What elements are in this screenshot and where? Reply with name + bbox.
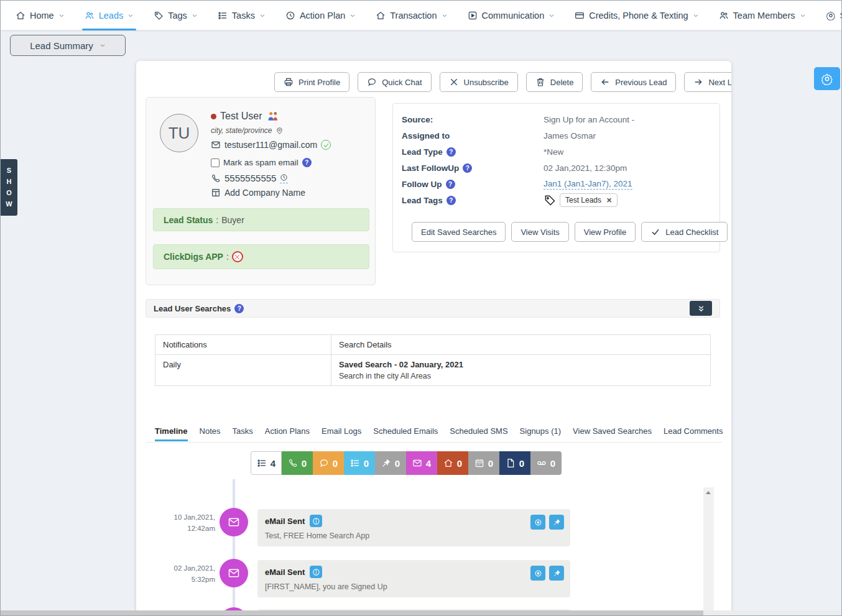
- print-profile-button[interactable]: Print Profile: [274, 72, 349, 92]
- separator: :: [216, 215, 218, 225]
- status-dot: [211, 114, 216, 119]
- info-icon[interactable]: [310, 515, 322, 527]
- count-calendar[interactable]: 0: [468, 451, 499, 475]
- previous-lead-button[interactable]: Previous Lead: [591, 72, 676, 92]
- add-company-link[interactable]: Add Company Name: [224, 188, 305, 198]
- nav-communication[interactable]: Communication: [468, 1, 555, 30]
- horizontal-scrollbar-thumb[interactable]: [1, 610, 703, 615]
- envelope-icon: [228, 516, 240, 528]
- pin-entry-button[interactable]: [549, 566, 564, 581]
- lead-user-searches-header: Lead User Searches ?: [146, 299, 720, 318]
- spam-checkbox[interactable]: [211, 159, 220, 167]
- detail-row-source: Source: Sign Up for an Account -: [402, 111, 719, 127]
- date-line-2: 5:32pm: [136, 574, 215, 585]
- nav-transaction[interactable]: Transaction: [376, 1, 447, 30]
- envelope-icon: [412, 458, 422, 468]
- info-icon[interactable]: [310, 566, 322, 578]
- nav-team-members[interactable]: Team Members: [719, 1, 806, 30]
- tab-tasks[interactable]: Tasks: [232, 426, 252, 441]
- previous-lead-label: Previous Lead: [615, 78, 667, 87]
- view-visits-button[interactable]: View Visits: [511, 222, 568, 242]
- quick-chat-button[interactable]: Quick Chat: [358, 72, 431, 92]
- chevron-down-icon: [259, 12, 266, 19]
- clickdigs-app-box[interactable]: ClickDigs APP :: [153, 244, 369, 269]
- nav-settings[interactable]: Settings: [826, 1, 842, 30]
- help-icon[interactable]: ?: [446, 147, 456, 157]
- help-icon[interactable]: ?: [302, 158, 312, 167]
- help-icon[interactable]: ?: [463, 163, 472, 173]
- remove-tag-icon[interactable]: ✕: [606, 196, 612, 205]
- count-documents[interactable]: 0: [499, 451, 530, 475]
- rows-icon: [350, 458, 360, 468]
- show-sidebar-button[interactable]: SHOW: [1, 159, 17, 216]
- lead-tag-chip[interactable]: Test Leads ✕: [560, 193, 618, 207]
- next-lead-button[interactable]: Next Lead: [684, 72, 731, 92]
- count-value: 4: [426, 458, 431, 469]
- count-voicemails[interactable]: 0: [530, 451, 562, 475]
- tab-timeline[interactable]: Timeline: [155, 426, 188, 441]
- lead-location: city, state/province: [211, 126, 272, 135]
- lead-checklist-button[interactable]: Lead Checklist: [641, 222, 728, 242]
- voicemail-icon: [537, 458, 547, 468]
- lead-summary-label: Lead Summary: [30, 40, 93, 51]
- call-time-icon[interactable]: [280, 173, 288, 183]
- count-all-activities[interactable]: 4: [251, 451, 282, 475]
- help-icon[interactable]: ?: [446, 180, 455, 189]
- nav-home[interactable]: Home: [16, 1, 65, 30]
- count-pins[interactable]: 0: [375, 451, 406, 475]
- view-email-button[interactable]: [530, 515, 545, 530]
- tab-scheduled-emails[interactable]: Scheduled Emails: [373, 426, 438, 441]
- count-lists[interactable]: 0: [344, 451, 375, 475]
- lead-phone[interactable]: 5555555555: [224, 173, 276, 183]
- collapse-section-button[interactable]: [690, 301, 712, 316]
- view-email-button[interactable]: [530, 566, 545, 581]
- pin-entry-button[interactable]: [549, 515, 564, 530]
- quick-settings-button[interactable]: [814, 67, 840, 90]
- tab-email-logs[interactable]: Email Logs: [322, 426, 361, 441]
- count-value: 0: [550, 458, 555, 469]
- chevron-down-icon: [192, 12, 198, 19]
- search-details-cell: Saved Search - 02 January, 2021 Search i…: [331, 355, 711, 386]
- lead-status-box[interactable]: Lead Status : Buyer: [153, 208, 369, 231]
- view-profile-button[interactable]: View Profile: [575, 222, 636, 242]
- horizontal-scrollbar[interactable]: [1, 610, 841, 615]
- help-icon[interactable]: ?: [234, 304, 244, 313]
- unsubscribe-button[interactable]: Unsubscribe: [440, 72, 518, 92]
- delete-button[interactable]: Delete: [526, 72, 583, 92]
- x-icon: [449, 77, 459, 87]
- lead-profile-card: TU Test User city, state/province testus…: [146, 97, 376, 285]
- lead-email[interactable]: testuser111@gmail.com: [224, 140, 317, 150]
- nav-tags[interactable]: Tags: [154, 1, 198, 30]
- next-lead-label: Next Lead: [708, 78, 731, 87]
- nav-credits-phone-texting[interactable]: Credits, Phone & Texting: [575, 1, 698, 30]
- saved-search-title[interactable]: Saved Search - 02 January, 2021: [339, 360, 703, 369]
- count-properties[interactable]: 0: [437, 451, 468, 475]
- tab-notes[interactable]: Notes: [200, 426, 221, 441]
- help-icon[interactable]: ?: [446, 196, 456, 205]
- tab-lead-comments[interactable]: Lead Comments: [664, 426, 723, 441]
- timeline-scrollbar[interactable]: [703, 487, 714, 616]
- tab-signups[interactable]: Signups (1): [520, 426, 561, 441]
- couple-icon[interactable]: [266, 110, 280, 122]
- nav-team-members-label: Team Members: [733, 11, 795, 21]
- count-calls[interactable]: 0: [282, 451, 313, 475]
- followup-date-link[interactable]: Jan1 (Jan1-Jan7), 2021: [544, 179, 632, 190]
- edit-saved-searches-button[interactable]: Edit Saved Searches: [412, 222, 506, 242]
- view-visits-label: View Visits: [520, 228, 559, 237]
- tab-view-saved-searches[interactable]: View Saved Searches: [573, 426, 652, 441]
- count-emails[interactable]: 4: [406, 451, 437, 475]
- count-value: 4: [271, 458, 275, 469]
- nav-action-plan[interactable]: Action Plan: [285, 1, 356, 30]
- location-icon[interactable]: [275, 127, 284, 135]
- nav-tasks[interactable]: Tasks: [218, 1, 266, 30]
- tab-action-plans[interactable]: Action Plans: [265, 426, 310, 441]
- count-chats[interactable]: 0: [313, 451, 344, 475]
- count-value: 0: [302, 458, 307, 469]
- play-square-icon: [468, 11, 478, 21]
- app-window: Home Leads Tags Tasks Action Plan Transa…: [0, 0, 842, 616]
- tab-scheduled-sms[interactable]: Scheduled SMS: [450, 426, 507, 441]
- nav-leads[interactable]: Leads: [85, 1, 134, 30]
- lead-summary-dropdown[interactable]: Lead Summary: [10, 35, 126, 56]
- scroll-up-icon[interactable]: [706, 491, 711, 494]
- lead-detail-panel: Print Profile Quick Chat Unsubscribe Del…: [136, 61, 731, 616]
